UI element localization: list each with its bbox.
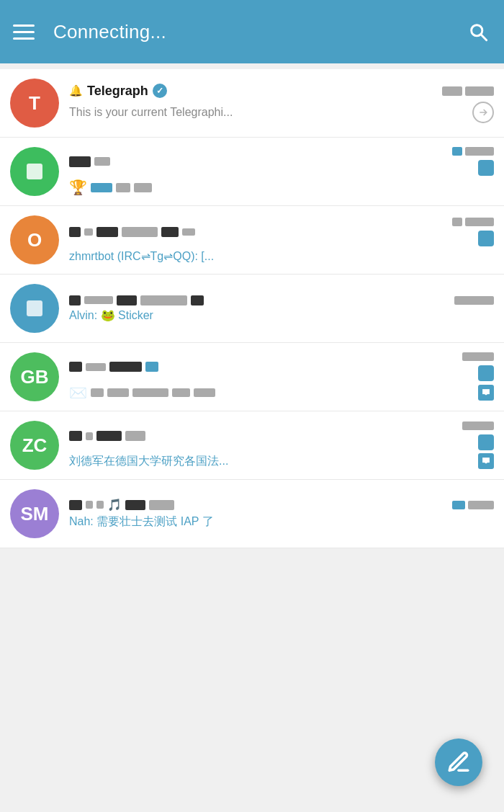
time-col-3 — [452, 218, 494, 246]
chat-top-telegraph: 🔔 Telegraph — [69, 84, 494, 99]
avatar-6: ZC — [10, 421, 59, 470]
time-col-5 — [462, 352, 494, 381]
channel-icon: 🔔 — [69, 84, 83, 97]
name-row-7: 🎵 — [69, 498, 446, 512]
header-left: Connecting... — [13, 19, 166, 45]
chat-top-5 — [69, 352, 494, 381]
unread-badge-2 — [478, 160, 494, 176]
avatar-4 — [10, 284, 59, 333]
header-separator — [0, 63, 504, 69]
chat-item-telegraph[interactable]: T 🔔 Telegraph This is your c — [0, 69, 504, 138]
chat-top-6 — [69, 421, 494, 450]
svg-line-1 — [481, 35, 487, 40]
chat-preview-row-7: Nah: 需要壮士去测试 IAP 了 — [69, 514, 494, 530]
chat-preview-telegraph: This is your current Telegraphi... — [69, 106, 233, 119]
name-row-6 — [69, 431, 456, 441]
chat-info-2: 🏆 — [69, 147, 494, 196]
avatar-3: O — [10, 215, 59, 264]
name-row-5 — [69, 362, 456, 372]
chat-preview-6: 刘德军在德国大学研究各国法... — [69, 454, 228, 469]
time-col-7 — [452, 501, 494, 509]
chat-name-row: 🔔 Telegraph — [69, 84, 436, 99]
chat-item-7[interactable]: SM 🎵 Nah: 需要壮士去测 — [0, 480, 504, 548]
chat-name-telegraph: Telegraph — [87, 84, 148, 99]
chat-preview-4: Alvin: 🐸 Sticker — [69, 308, 153, 322]
app-header: Connecting... — [0, 0, 504, 63]
chat-item-5[interactable]: GB ✉️ — [0, 343, 504, 411]
chat-info-6: 刘德军在德国大学研究各国法... — [69, 421, 494, 469]
chat-top-3 — [69, 218, 494, 246]
chat-preview-row-3: zhmrtbot (IRC⇌Tg⇌QQ): [... — [69, 249, 494, 263]
unread-icon-5 — [478, 385, 494, 401]
name-row-4 — [69, 295, 449, 305]
chat-preview-row-6: 刘德军在德国大学研究各国法... — [69, 453, 494, 469]
header-title: Connecting... — [53, 21, 166, 43]
unread-badge-6 — [478, 434, 494, 450]
chat-preview-row-2: 🏆 — [69, 179, 494, 196]
time-col-4 — [454, 296, 494, 305]
avatar-5: GB — [10, 352, 59, 401]
compose-fab[interactable] — [435, 739, 482, 786]
chat-list: T 🔔 Telegraph This is your c — [0, 69, 504, 548]
unread-icon-6 — [478, 453, 494, 469]
name-row-3 — [69, 227, 446, 237]
chat-item-6[interactable]: ZC 刘德军在德国大学研究各国法... — [0, 411, 504, 480]
chat-item-4[interactable]: Alvin: 🐸 Sticker — [0, 275, 504, 343]
chat-top-2 — [69, 147, 494, 176]
chat-item-2[interactable]: 🏆 — [0, 138, 504, 206]
unread-badge-5 — [478, 365, 494, 381]
chat-preview-7: Nah: 需要壮士去测试 IAP 了 — [69, 514, 214, 530]
chat-info-3: zhmrtbot (IRC⇌Tg⇌QQ): [... — [69, 218, 494, 263]
chat-item-3[interactable]: O zhm — [0, 206, 504, 275]
time-col-telegraph — [442, 86, 494, 96]
chat-preview-row-4: Alvin: 🐸 Sticker — [69, 308, 494, 322]
chat-info-5: ✉️ — [69, 352, 494, 401]
verified-badge-telegraph — [153, 84, 167, 98]
chat-info-telegraph: 🔔 Telegraph This is your current Telegra… — [69, 84, 494, 123]
unread-badge-3 — [478, 231, 494, 246]
avatar-7: SM — [10, 489, 59, 538]
chat-top-7: 🎵 — [69, 498, 494, 512]
avatar-telegraph: T — [10, 79, 59, 128]
chat-preview-3: zhmrtbot (IRC⇌Tg⇌QQ): [... — [69, 249, 214, 263]
share-icon-telegraph — [472, 102, 494, 123]
chat-info-7: 🎵 Nah: 需要壮士去测试 IAP 了 — [69, 498, 494, 530]
chat-top-4 — [69, 295, 494, 305]
name-row-2 — [69, 156, 446, 167]
chat-info-4: Alvin: 🐸 Sticker — [69, 295, 494, 322]
avatar-2 — [10, 147, 59, 196]
time-col-6 — [462, 421, 494, 450]
chat-preview-row-telegraph: This is your current Telegraphi... — [69, 102, 494, 123]
search-button[interactable] — [465, 19, 491, 45]
menu-button[interactable] — [13, 19, 39, 45]
time-col-2 — [452, 147, 494, 176]
chat-preview-row-5: ✉️ — [69, 384, 494, 401]
